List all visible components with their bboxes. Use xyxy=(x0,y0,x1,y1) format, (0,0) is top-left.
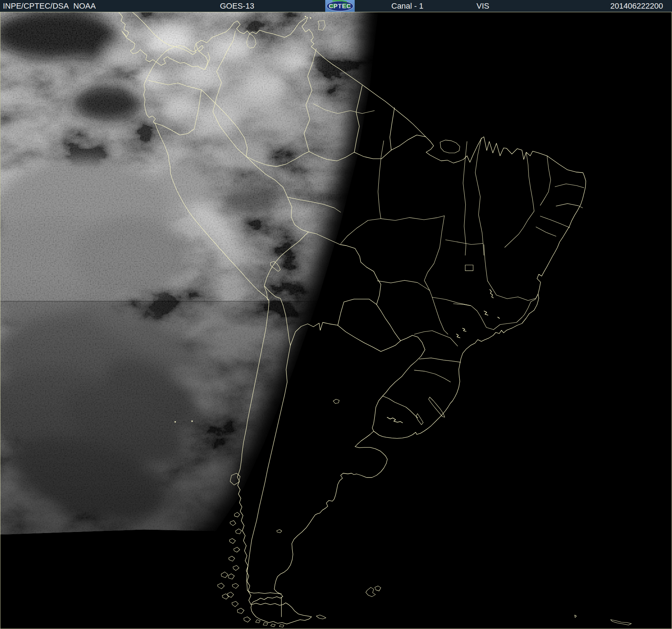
cptec-logo-label: CPTEC xyxy=(329,3,351,10)
agency-label: INPE/CPTEC/DSA xyxy=(3,0,69,12)
satellite-map-area xyxy=(0,12,672,629)
tobago-island xyxy=(310,17,311,19)
pacific-islet-1 xyxy=(175,421,176,423)
cptec-logo: CPTEC xyxy=(325,0,355,12)
noaa-label: NOAA xyxy=(73,0,96,12)
pacific-islet-2 xyxy=(191,421,193,422)
goes13-satellite-product: { "header": { "agency": "INPE/CPTEC/DSA"… xyxy=(0,0,672,629)
satellite-map xyxy=(0,12,672,629)
satellite-label: GOES-13 xyxy=(220,0,254,12)
header-bar: INPE/CPTEC/DSA NOAA GOES-13 CPTEC Canal … xyxy=(0,0,672,12)
channel-label: Canal - 1 xyxy=(391,0,423,12)
band-label: VIS xyxy=(477,0,489,12)
timestamp-label: 201406222200 xyxy=(610,0,663,12)
cptec-logo-globe-icon: CPTEC xyxy=(325,0,355,12)
margarita-island xyxy=(305,16,306,17)
